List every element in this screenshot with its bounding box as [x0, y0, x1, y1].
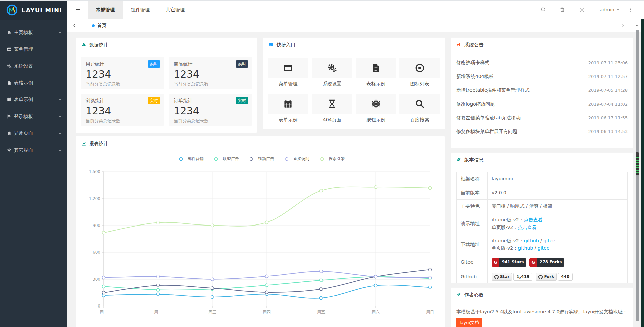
main-content: 数据统计 用户统计1234当前分类总记录数实时商品统计1234当前分类总记录数实… [67, 32, 644, 327]
top-tab-常规管理[interactable]: 常规管理 [88, 0, 123, 19]
quick-entry-grid: 菜单管理系统设置表格示例图标列表表单示例404页面按钮示例百度搜索 [263, 52, 445, 128]
sidebar-item-label: 登录模板 [14, 114, 58, 120]
quick-entry-图标列表[interactable]: 图标列表 [399, 58, 440, 87]
version-link[interactable]: gitee [543, 238, 555, 243]
user-menu[interactable]: admin [592, 7, 625, 12]
gitee-icon: G [529, 258, 537, 267]
github-star-button[interactable]: Star [492, 273, 512, 281]
author-line1: 本模板基于layui2.5.4以及font-awesome-4.7.0进行实现。… [456, 307, 628, 316]
realtime-badge: 实时 [148, 60, 160, 68]
top-tab-其它管理[interactable]: 其它管理 [158, 0, 193, 19]
legend-label: 直接访问 [293, 156, 309, 162]
version-info-header: 版本信息 [451, 153, 633, 167]
sidebar-item-其它界面[interactable]: 其它界面 [0, 142, 67, 159]
layui-doc-button[interactable]: layui文档 [456, 318, 482, 327]
sidebar-item-表格示例[interactable]: 表格示例 [0, 75, 67, 91]
version-info-title: 版本信息 [464, 157, 483, 163]
card-icon [268, 42, 274, 48]
notice-date: 2019-06-13 14:53 [588, 129, 628, 134]
github-fork-button[interactable]: Fork [536, 273, 557, 281]
gitee-badge[interactable]: G941 Stars [492, 258, 526, 267]
system-notice-header: 系统公告 [451, 38, 633, 52]
legend-item-搜索引擎[interactable]: 搜索引擎 [317, 156, 345, 162]
more-menu-button[interactable] [625, 7, 637, 13]
stats-grid: 用户统计1234当前分类总记录数实时商品统计1234当前分类总记录数实时浏览统计… [76, 52, 257, 130]
quick-entry-label: 图标列表 [399, 81, 440, 87]
chevron-down-icon [58, 114, 62, 119]
link-prefix: 单页版-v2： [492, 245, 518, 251]
version-link[interactable]: github [524, 238, 539, 243]
quick-entry-系统设置[interactable]: 系统设置 [312, 58, 352, 87]
version-table: 框架名称layuimini当前版本v2.0.0主要特色零门槛 / 响应式 / 清… [456, 172, 628, 283]
scrollbar-track[interactable] [636, 30, 639, 321]
realtime-badge: 实时 [148, 97, 160, 104]
hourglass-icon [312, 94, 352, 114]
notice-text: 新增系统404模板 [456, 74, 494, 80]
version-row-label: Gitee [457, 255, 488, 270]
version-row-label: Github [457, 270, 488, 283]
window-top-edge [0, 0, 644, 1]
github-star-count[interactable]: 1,419 [513, 273, 532, 281]
tab-scroll-right-button[interactable] [616, 19, 630, 32]
fullscreen-button[interactable] [572, 7, 592, 13]
legend-item-直接访问[interactable]: 直接访问 [282, 156, 309, 162]
sidebar-item-菜单管理[interactable]: 菜单管理 [0, 41, 67, 58]
kebab-icon [628, 7, 633, 13]
stat-value: 1234 [86, 68, 159, 80]
chart-wrap: 03006009001,2001,500周一周二周三周四周五周六周日 [76, 162, 445, 321]
author-words-title: 作者心语 [464, 292, 483, 298]
quick-entry-title: 快捷入口 [277, 42, 295, 48]
version-row-下载地址: 下载地址iframe版-v2：github / gitee单页版-v2：gith… [457, 234, 628, 255]
app-logo[interactable]: LAYUI MINI [0, 0, 67, 20]
version-link[interactable]: gitee [538, 245, 550, 251]
version-row-label: 主要特色 [457, 200, 488, 213]
right-zone: 系统公告 修改选项卡样式2019-07-11 23:06新增系统404模板201… [451, 37, 633, 327]
sidebar-item-登录模板[interactable]: 登录模板 [0, 108, 67, 125]
refresh-button[interactable] [533, 7, 553, 13]
quick-entry-label: 表格示例 [356, 81, 396, 87]
legend-item-视频广告[interactable]: 视频广告 [246, 156, 274, 162]
version-value: 零门槛 / 响应式 / 清爽 / 极简 [492, 203, 552, 209]
file-icon [7, 80, 14, 86]
quick-entry-菜单管理[interactable]: 菜单管理 [268, 58, 308, 87]
sidebar-toggle-button[interactable] [67, 0, 88, 19]
calendar-icon [268, 94, 308, 114]
quick-entry-表格示例[interactable]: 表格示例 [356, 58, 396, 87]
clear-cache-button[interactable] [553, 7, 572, 13]
legend-item-联盟广告[interactable]: 联盟广告 [211, 156, 239, 162]
svg-text:周五: 周五 [317, 310, 325, 314]
svg-text:周四: 周四 [263, 310, 271, 314]
notice-text: 修复左侧菜单缩放tab无法移动 [456, 115, 521, 121]
stat-desc: 当前分类总记录数 [174, 81, 247, 87]
sidebar-item-表单示例[interactable]: 表单示例 [0, 91, 67, 108]
svg-text:1,500: 1,500 [89, 169, 100, 174]
tab-scroll-left-button[interactable] [67, 19, 81, 32]
sidebar-item-主页模板[interactable]: 主页模板 [0, 24, 67, 41]
sidebar-item-系统设置[interactable]: 系统设置 [0, 58, 67, 75]
quick-entry-百度搜索[interactable]: 百度搜索 [399, 94, 440, 123]
legend-marker [176, 157, 186, 161]
top-tab-组件管理[interactable]: 组件管理 [123, 0, 158, 19]
version-link[interactable]: github [518, 245, 533, 251]
quick-entry-按钮示例[interactable]: 按钮示例 [356, 94, 396, 123]
chart-legend: 邮件营销联盟广告视频广告直接访问搜索引擎 [76, 156, 445, 162]
tab-home[interactable]: 首页 [81, 19, 117, 32]
tabbar-spacer [117, 19, 616, 32]
expand-icon [579, 7, 585, 13]
quick-entry-card: 快捷入口 菜单管理系统设置表格示例图标列表表单示例404页面按钮示例百度搜索 [263, 37, 445, 129]
gitee-badge[interactable]: G278 Forks [529, 258, 564, 267]
version-link[interactable]: 点击查看 [524, 217, 543, 222]
sidebar: LAYUI MINI 主页模板菜单管理系统设置表格示例表单示例登录模板异常页面其… [0, 0, 67, 327]
scrollbar-thumb[interactable] [636, 152, 639, 175]
github-fork-count[interactable]: 440 [558, 273, 573, 281]
version-link[interactable]: 点击查看 [518, 224, 537, 230]
legend-item-邮件营销[interactable]: 邮件营销 [176, 156, 204, 162]
file-icon [356, 58, 396, 78]
calendar-icon [7, 97, 14, 103]
quick-entry-表单示例[interactable]: 表单示例 [268, 94, 308, 123]
svg-text:周三: 周三 [208, 310, 216, 314]
svg-text:0: 0 [98, 304, 100, 309]
sidebar-item-异常页面[interactable]: 异常页面 [0, 125, 67, 142]
gears-icon [7, 63, 14, 69]
quick-entry-404页面[interactable]: 404页面 [312, 94, 352, 123]
